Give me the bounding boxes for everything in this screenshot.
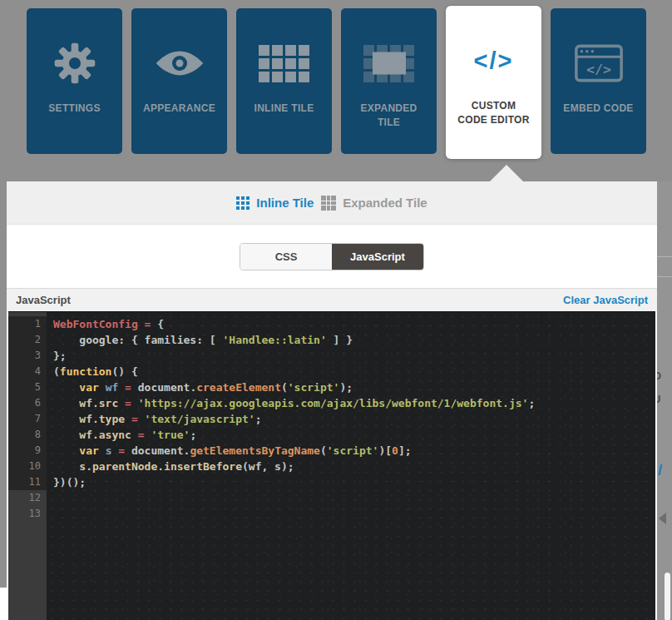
code-line (53, 506, 655, 522)
page-scrollbar-thumb[interactable] (665, 573, 670, 620)
line-number: 6 (8, 395, 47, 411)
tab-inline-tile[interactable]: INLINE TILE (236, 8, 332, 154)
expanded-grid-icon (321, 196, 336, 211)
tab-label: APPEARANCE (133, 102, 225, 116)
code-editor: 12345678910111213 WebFontConfig = { goog… (8, 311, 655, 620)
code-line: wf.type = 'text/javascript'; (53, 411, 655, 427)
css-tab-button[interactable]: CSS (240, 244, 332, 270)
dimmed-backdrop-left (0, 181, 7, 588)
line-number: 5 (8, 379, 47, 395)
svg-text:</>: </> (586, 62, 611, 77)
tile-view-toggle: Inline Tile Expanded Tile (7, 181, 657, 225)
clipped-glyph-fragment: / (658, 461, 662, 479)
tab-label: CUSTOM CODE EDITOR (446, 99, 541, 128)
left-arrow-fragment (659, 513, 666, 524)
editor-header-bar: JavaScript Clear JavaScript (7, 288, 657, 311)
clear-javascript-link[interactable]: Clear JavaScript (563, 294, 648, 306)
toggle-inline-tile[interactable]: Inline Tile (236, 196, 314, 210)
code-icon: </> (474, 32, 514, 89)
clipped-text-fragment: U (657, 393, 660, 405)
inline-grid-icon (259, 35, 309, 92)
tile-tab-bar: SETTINGS APPEARANCE INLINE TILE (27, 8, 646, 159)
code-line: wf.src = 'https://ajax.googleapis.com/aj… (53, 395, 655, 411)
code-line: }; (53, 348, 655, 364)
expanded-grid-icon (363, 35, 414, 92)
gear-icon (52, 35, 97, 92)
line-number: 3 (8, 348, 47, 364)
code-line: s.parentNode.insertBefore(wf, s); (53, 459, 655, 474)
clipped-text-fragment: O (657, 370, 661, 382)
inline-grid-icon (236, 196, 250, 210)
line-number: 11 (8, 474, 47, 490)
toggle-expanded-tile[interactable]: Expanded Tile (321, 196, 427, 211)
language-segmented-control: CSS JavaScript (240, 243, 424, 270)
line-number: 9 (8, 443, 47, 459)
code-line: var wf = document.createElement('script'… (53, 379, 655, 395)
screen: SETTINGS APPEARANCE INLINE TILE (0, 0, 672, 620)
editor-title: JavaScript (16, 294, 71, 306)
tab-label: EMBED CODE (553, 102, 643, 116)
line-number: 8 (8, 427, 47, 443)
code-line (53, 490, 655, 506)
code-line: })(); (53, 474, 655, 490)
line-number: 4 (8, 364, 47, 379)
toggle-label: Inline Tile (256, 196, 314, 210)
line-number: 2 (8, 332, 47, 348)
tab-appearance[interactable]: APPEARANCE (131, 8, 227, 154)
code-line: (function() { (53, 364, 655, 379)
tab-expanded-tile[interactable]: EXPANDED TILE (341, 8, 437, 154)
dimmed-backdrop-right: O U / (657, 181, 672, 620)
line-number: 12 (8, 490, 47, 506)
line-number: 7 (8, 411, 47, 427)
line-number: 1 (8, 316, 47, 332)
tab-label: SETTINGS (38, 102, 110, 116)
code-line: WebFontConfig = { (53, 316, 655, 332)
tab-embed-code[interactable]: </> EMBED CODE (551, 8, 646, 154)
language-switch-row: CSS JavaScript (7, 225, 657, 288)
embed-icon: </> (574, 35, 624, 92)
line-number: 10 (8, 459, 47, 474)
tab-settings[interactable]: SETTINGS (27, 8, 122, 154)
tab-label: EXPANDED TILE (341, 102, 437, 131)
line-number-gutter: 12345678910111213 (8, 312, 47, 620)
code-line: google: { families: [ 'Handlee::latin' ]… (53, 332, 655, 348)
code-line: wf.async = 'true'; (53, 427, 655, 443)
javascript-tab-button[interactable]: JavaScript (332, 244, 423, 270)
panel-pointer-arrow (490, 165, 523, 181)
toggle-label: Expanded Tile (343, 196, 427, 210)
code-line: var s = document.getElementsByTagName('s… (53, 443, 655, 459)
tab-label: INLINE TILE (245, 102, 324, 116)
code-text-area[interactable]: WebFontConfig = { google: { families: [ … (47, 312, 655, 620)
line-number: 13 (8, 506, 47, 522)
custom-code-panel: Inline Tile Expanded Tile CSS JavaScript… (7, 181, 657, 620)
eye-icon (155, 35, 205, 92)
tab-custom-code-editor[interactable]: </> CUSTOM CODE EDITOR (446, 6, 541, 159)
